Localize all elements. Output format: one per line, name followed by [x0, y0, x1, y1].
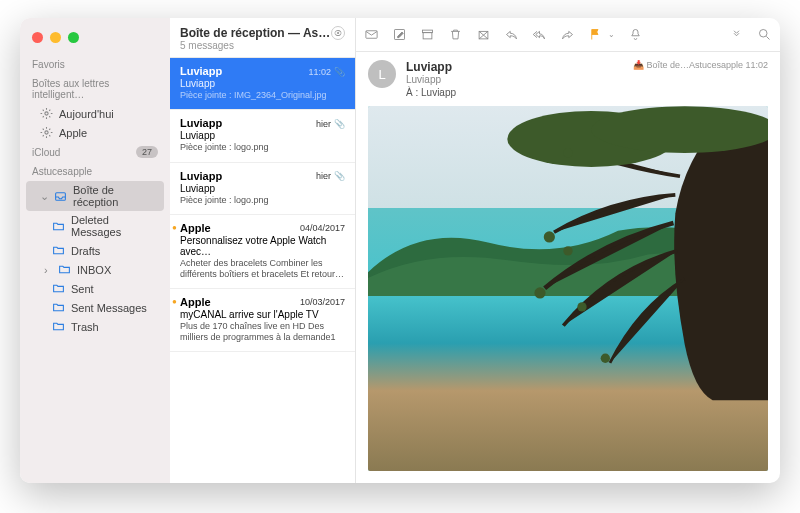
- more-icon[interactable]: [729, 27, 744, 42]
- folder-icon: [58, 263, 71, 276]
- reader-to: À : Luviapp: [406, 87, 768, 98]
- compose-icon[interactable]: [392, 27, 407, 42]
- svg-point-14: [577, 302, 586, 311]
- close-window[interactable]: [32, 32, 43, 43]
- msg-preview: Plus de 170 chaînes live en HD Des milli…: [180, 321, 345, 343]
- reader-subject: Luviapp: [406, 74, 768, 85]
- msg-time: 04/04/2017: [300, 223, 345, 233]
- junk-icon[interactable]: [476, 27, 491, 42]
- message-list-header: Boîte de réception — Astuc… 5 messages ⦿: [170, 18, 355, 58]
- archive-icon[interactable]: [420, 27, 435, 42]
- message-row[interactable]: ●Apple04/04/2017Personnalisez votre Appl…: [170, 215, 355, 289]
- sidebar-header-icloud: iCloud 27: [20, 142, 170, 162]
- svg-point-16: [563, 148, 572, 157]
- message-row[interactable]: Luviapphier📎LuviappPièce jointe : logo.p…: [170, 163, 355, 215]
- message-row[interactable]: Luviapp11:02📎LuviappPièce jointe : IMG_2…: [170, 58, 355, 110]
- window-controls: [20, 26, 170, 55]
- sidebar-item-label: Sent Messages: [71, 302, 147, 314]
- msg-time: hier: [316, 119, 331, 129]
- forward-icon[interactable]: [560, 27, 575, 42]
- sidebar-item-label: Deleted Messages: [71, 214, 158, 238]
- folder-icon: [52, 220, 65, 233]
- msg-from: Apple: [180, 222, 211, 234]
- msg-preview: Pièce jointe : logo.png: [180, 142, 345, 153]
- sidebar-item-label: Aujourd'hui: [59, 108, 114, 120]
- sidebar-item-label: Apple: [59, 127, 87, 139]
- sidebar-item-label: Trash: [71, 321, 99, 333]
- chevron-right-icon: ›: [44, 264, 52, 276]
- sidebar-item-inbox-folder[interactable]: › INBOX: [20, 260, 170, 279]
- folder-icon: [52, 244, 65, 257]
- paperclip-icon: 📎: [334, 119, 345, 129]
- folder-icon: [52, 320, 65, 333]
- sidebar: Favoris Boîtes aux lettres intelligent… …: [20, 18, 170, 483]
- sidebar-item-sent[interactable]: Sent: [20, 279, 170, 298]
- msg-from: Luviapp: [180, 170, 222, 182]
- message-list: Boîte de réception — Astuc… 5 messages ⦿…: [170, 18, 356, 483]
- sidebar-header-account: Astucesapple: [20, 162, 170, 181]
- sidebar-item-today[interactable]: Aujourd'hui: [20, 104, 170, 123]
- svg-point-15: [601, 354, 610, 363]
- msg-time: 10/03/2017: [300, 297, 345, 307]
- svg-point-8: [760, 30, 768, 38]
- minimize-window[interactable]: [50, 32, 61, 43]
- message-header: L 📥 Boîte de…Astucesapple 11:02 Luviapp …: [356, 52, 780, 106]
- msg-subject: Luviapp: [180, 78, 345, 89]
- sidebar-item-sent-messages[interactable]: Sent Messages: [20, 298, 170, 317]
- msg-time: hier: [316, 171, 331, 181]
- msg-from: Apple: [180, 296, 211, 308]
- search-icon[interactable]: [757, 27, 772, 42]
- filter-icon[interactable]: ⦿: [331, 26, 345, 40]
- sidebar-item-drafts[interactable]: Drafts: [20, 241, 170, 260]
- attachment-image[interactable]: [368, 106, 768, 471]
- mute-icon[interactable]: [628, 27, 643, 42]
- folder-icon: [52, 282, 65, 295]
- avatar: L: [368, 60, 396, 88]
- sidebar-item-label: INBOX: [77, 264, 111, 276]
- star-icon: ●: [172, 297, 177, 306]
- msg-subject: Luviapp: [180, 183, 345, 194]
- msg-subject: Luviapp: [180, 130, 345, 141]
- message-row[interactable]: ●Apple10/03/2017myCANAL arrive sur l'App…: [170, 289, 355, 352]
- msg-preview: Pièce jointe : logo.png: [180, 195, 345, 206]
- trash-icon[interactable]: [448, 27, 463, 42]
- folder-icon: [52, 301, 65, 314]
- sidebar-item-apple[interactable]: Apple: [20, 123, 170, 142]
- gear-icon: [40, 126, 53, 139]
- msg-from: Luviapp: [180, 65, 222, 77]
- sidebar-item-label: Drafts: [71, 245, 100, 257]
- msg-time: 11:02: [308, 67, 331, 77]
- flag-menu-caret[interactable]: ⌄: [608, 30, 615, 39]
- star-icon: ●: [172, 223, 177, 232]
- msg-subject: Personnalisez votre Apple Watch avec…: [180, 235, 345, 257]
- sidebar-item-inbox[interactable]: ⌄ Boîte de réception: [26, 181, 164, 211]
- toolbar: ⌄: [356, 18, 780, 52]
- paperclip-icon: 📎: [334, 171, 345, 181]
- fullscreen-window[interactable]: [68, 32, 79, 43]
- msg-preview: Acheter des bracelets Combiner les diffé…: [180, 258, 345, 280]
- msg-subject: myCANAL arrive sur l'Apple TV: [180, 309, 345, 320]
- gear-icon: [40, 107, 53, 120]
- sidebar-item-trash[interactable]: Trash: [20, 317, 170, 336]
- sidebar-item-deleted[interactable]: Deleted Messages: [20, 211, 170, 241]
- mail-window: Favoris Boîtes aux lettres intelligent… …: [20, 18, 780, 483]
- reply-icon[interactable]: [504, 27, 519, 42]
- svg-rect-6: [423, 33, 432, 39]
- flag-icon[interactable]: [588, 27, 603, 42]
- envelope-icon[interactable]: [364, 27, 379, 42]
- badge-count: 27: [136, 146, 158, 158]
- chevron-down-icon: ⌄: [40, 190, 48, 203]
- sidebar-header-favoris: Favoris: [20, 55, 170, 74]
- reply-all-icon[interactable]: [532, 27, 547, 42]
- svg-point-12: [563, 246, 572, 255]
- sidebar-header-smart: Boîtes aux lettres intelligent…: [20, 74, 170, 104]
- mailbox-title: Boîte de réception — Astuc…: [180, 26, 331, 40]
- message-row[interactable]: Luviapphier📎LuviappPièce jointe : logo.p…: [170, 110, 355, 162]
- paperclip-icon: 📎: [334, 67, 345, 77]
- folder-path: 📥 Boîte de…Astucesapple 11:02: [633, 60, 768, 70]
- mailbox-count: 5 messages: [180, 40, 331, 51]
- msg-from: Luviapp: [180, 117, 222, 129]
- sidebar-item-label: Boîte de réception: [73, 184, 152, 208]
- msg-preview: Pièce jointe : IMG_2364_Original.jpg: [180, 90, 345, 101]
- svg-rect-3: [366, 31, 377, 39]
